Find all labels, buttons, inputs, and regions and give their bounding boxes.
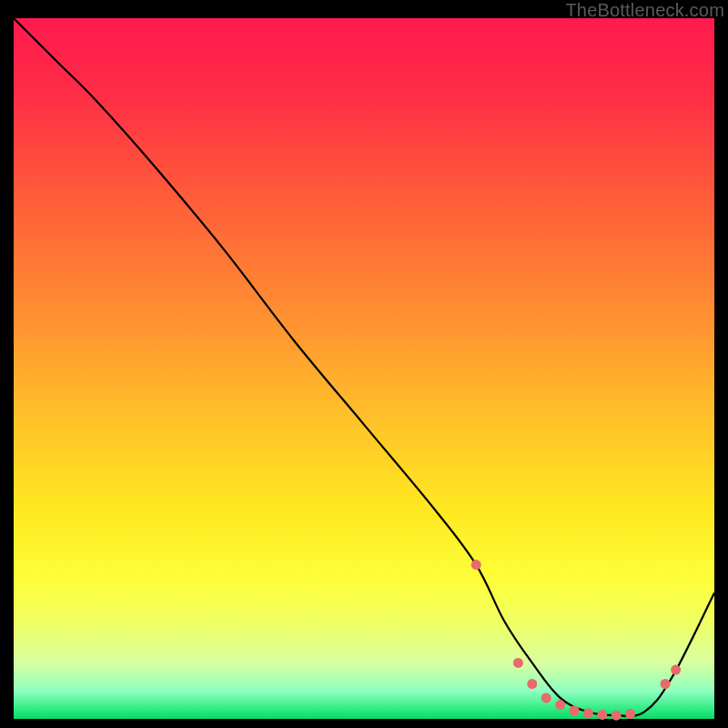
watermark-text: TheBottleneck.com [565,0,724,21]
data-dot [570,705,580,715]
data-dot [625,709,635,719]
data-dot [583,708,593,718]
data-dot [597,710,607,720]
data-dot [541,693,551,703]
data-dot [513,658,523,668]
data-dot [661,679,671,689]
data-dot [471,560,481,570]
data-dot [671,665,681,675]
data-dot [612,711,622,721]
data-dot [527,679,537,689]
chart-frame [14,18,714,719]
bottleneck-curve [14,18,714,716]
chart-svg [14,18,714,719]
data-dots [471,560,681,721]
data-dot [555,700,565,710]
